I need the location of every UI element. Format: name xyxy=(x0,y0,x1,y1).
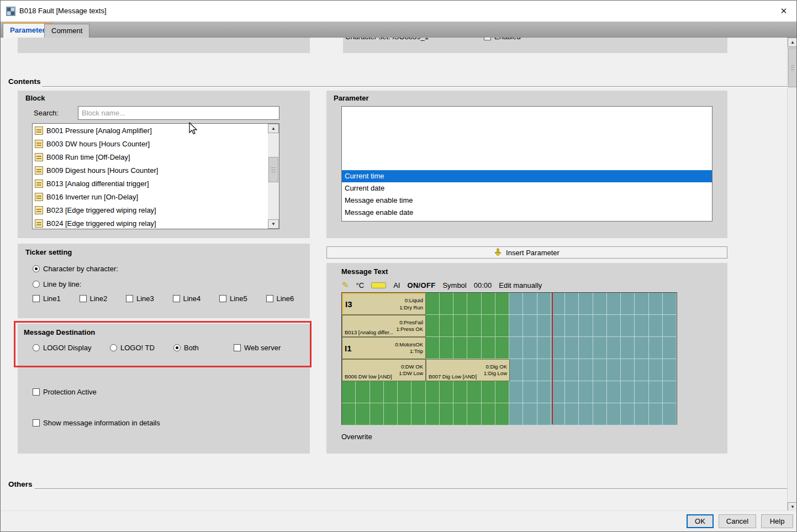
grid-cell[interactable] xyxy=(411,381,425,403)
grid-cell[interactable] xyxy=(593,293,607,315)
checkbox-line5[interactable]: Line5 xyxy=(219,294,247,303)
grid-cell[interactable] xyxy=(509,403,523,425)
grid-cell[interactable] xyxy=(565,403,579,425)
grid-cell[interactable] xyxy=(356,381,370,403)
grid-cell[interactable] xyxy=(621,381,635,403)
grid-cell[interactable] xyxy=(482,403,495,425)
grid-cell[interactable] xyxy=(537,315,551,337)
scrollbar-thumb[interactable] xyxy=(788,48,797,87)
grid-cell[interactable] xyxy=(593,403,607,425)
grid-cell[interactable] xyxy=(356,403,370,425)
block-list-item[interactable]: B001 Pressure [Analog Amplifier] xyxy=(33,124,268,137)
grid-cell[interactable] xyxy=(495,293,509,315)
grid-cell[interactable] xyxy=(523,293,537,315)
grid-cell[interactable] xyxy=(342,381,356,403)
grid-cell[interactable] xyxy=(593,381,607,403)
grid-cell[interactable] xyxy=(607,315,621,337)
grid-cell[interactable] xyxy=(482,293,495,315)
grid-cell[interactable] xyxy=(537,337,551,359)
grid-cell[interactable] xyxy=(621,403,635,425)
parameter-item[interactable]: Message enable time xyxy=(342,194,712,207)
symbol-button[interactable]: Symbol xyxy=(442,281,466,289)
block-list-item[interactable]: B016 Inverter run [On-Delay] xyxy=(33,190,268,203)
grid-cell[interactable] xyxy=(565,315,579,337)
grid-cell[interactable] xyxy=(523,359,537,381)
radio-character-by-character[interactable]: Character by character: xyxy=(33,265,118,273)
grid-cell[interactable] xyxy=(467,293,481,315)
block-list-item[interactable]: B023 [Edge triggered wiping relay] xyxy=(33,203,268,217)
radio-line-by-line[interactable]: Line by line: xyxy=(33,280,81,288)
message-block-b013-analog-differ[interactable]: B013 [Analog differ...0:PresFail1:Press … xyxy=(342,315,426,337)
checkbox-line2[interactable]: Line2 xyxy=(80,294,108,303)
block-list-item[interactable]: B009 Digest hours [Hours Counter] xyxy=(33,164,268,177)
grid-cell[interactable] xyxy=(635,403,648,425)
grid-cell[interactable] xyxy=(635,293,648,315)
message-block-i3[interactable]: I30:Liquid1:Dry Run xyxy=(342,293,426,315)
grid-cell[interactable] xyxy=(579,337,593,359)
grid-cell[interactable] xyxy=(551,315,565,337)
tab-comment[interactable]: Comment xyxy=(44,24,89,38)
cancel-button[interactable]: Cancel xyxy=(719,514,756,528)
grid-cell[interactable] xyxy=(467,337,481,359)
grid-cell[interactable] xyxy=(607,381,621,403)
grid-cell[interactable] xyxy=(663,337,677,359)
grid-cell[interactable] xyxy=(509,359,523,381)
grid-cell[interactable] xyxy=(649,293,663,315)
grid-cell[interactable] xyxy=(453,337,467,359)
grid-cell[interactable] xyxy=(523,315,537,337)
grid-cell[interactable] xyxy=(663,315,677,337)
grid-cell[interactable] xyxy=(453,381,467,403)
grid-cell[interactable] xyxy=(440,293,453,315)
parameter-item[interactable]: Current date xyxy=(342,182,712,194)
grid-cell[interactable] xyxy=(551,337,565,359)
grid-cell[interactable] xyxy=(649,359,663,381)
grid-cell[interactable] xyxy=(342,403,356,425)
grid-cell[interactable] xyxy=(482,381,495,403)
grid-cell[interactable] xyxy=(482,315,495,337)
grid-cell[interactable] xyxy=(495,337,509,359)
grid-cell[interactable] xyxy=(523,381,537,403)
grid-cell[interactable] xyxy=(426,315,440,337)
grid-cell[interactable] xyxy=(453,293,467,315)
analog-input-button[interactable]: AI xyxy=(393,281,400,289)
grid-cell[interactable] xyxy=(621,315,635,337)
block-list-item[interactable]: B008 Run time [Off-Delay] xyxy=(33,150,268,164)
grid-cell[interactable] xyxy=(649,315,663,337)
grid-cell[interactable] xyxy=(453,403,467,425)
grid-cell[interactable] xyxy=(537,359,551,381)
grid-cell[interactable] xyxy=(607,293,621,315)
grid-cell[interactable] xyxy=(635,359,648,381)
close-icon[interactable]: ✕ xyxy=(771,1,796,22)
grid-cell[interactable] xyxy=(565,381,579,403)
grid-cell[interactable] xyxy=(537,381,551,403)
grid-cell[interactable] xyxy=(579,293,593,315)
block-list-item[interactable]: B013 [Analog differential trigger] xyxy=(33,177,268,190)
grid-cell[interactable] xyxy=(509,381,523,403)
grid-cell[interactable] xyxy=(663,359,677,381)
grid-cell[interactable] xyxy=(551,381,565,403)
grid-cell[interactable] xyxy=(384,403,398,425)
grid-cell[interactable] xyxy=(551,359,565,381)
grid-cell[interactable] xyxy=(495,403,509,425)
checkbox-line3[interactable]: Line3 xyxy=(126,294,154,303)
grid-cell[interactable] xyxy=(579,403,593,425)
grid-cell[interactable] xyxy=(467,381,481,403)
grid-cell[interactable] xyxy=(509,293,523,315)
grid-cell[interactable] xyxy=(440,315,453,337)
grid-cell[interactable] xyxy=(579,359,593,381)
grid-cell[interactable] xyxy=(635,315,648,337)
grid-cell[interactable] xyxy=(607,337,621,359)
grid-cell[interactable] xyxy=(621,337,635,359)
grid-cell[interactable] xyxy=(453,315,467,337)
grid-cell[interactable] xyxy=(537,293,551,315)
grid-cell[interactable] xyxy=(370,403,384,425)
message-block-b007-dig-low-and[interactable]: B007 Dig Low [AND]0:Dig OK1:Dig Low xyxy=(426,359,510,381)
grid-cell[interactable] xyxy=(621,359,635,381)
grid-cell[interactable] xyxy=(398,381,411,403)
grid-cell[interactable] xyxy=(398,403,411,425)
grid-cell[interactable] xyxy=(509,315,523,337)
grid-cell[interactable] xyxy=(579,315,593,337)
grid-cell[interactable] xyxy=(467,403,481,425)
grid-cell[interactable] xyxy=(593,337,607,359)
grid-cell[interactable] xyxy=(440,381,453,403)
